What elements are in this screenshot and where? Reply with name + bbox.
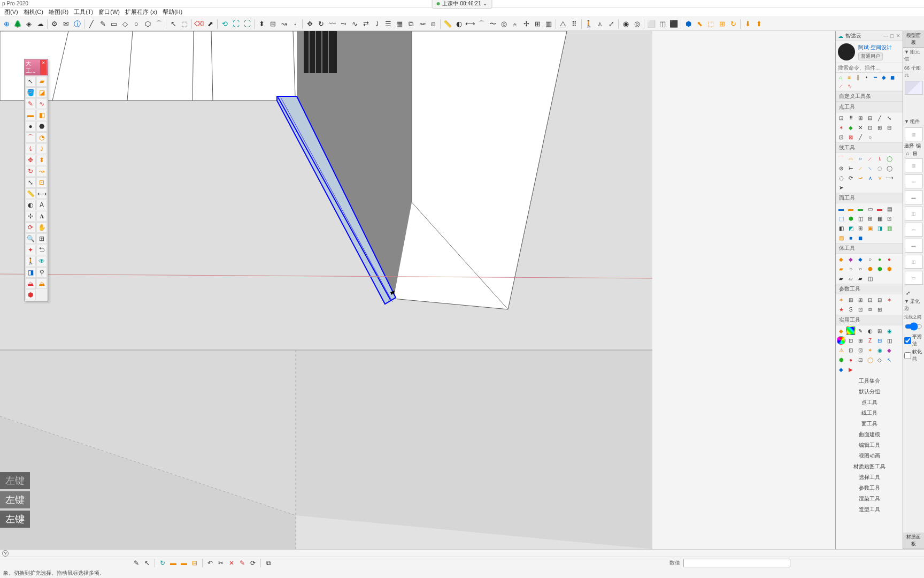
ut14-icon[interactable]: ⊡ [846,346,855,354]
orbit-icon[interactable]: ⟳ [25,222,36,233]
ut6-icon[interactable]: ◉ [885,326,894,335]
ut9-icon[interactable]: ⊞ [856,336,865,345]
color-icon[interactable] [846,326,855,335]
pt13-icon[interactable]: ⊡ [837,133,845,141]
ut4-icon[interactable]: ◐ [866,326,874,335]
dot-icon[interactable]: • [863,74,870,81]
ut19-icon[interactable]: ⬢ [837,355,845,364]
pt5-icon[interactable]: ╱ [875,113,884,122]
cube-icon[interactable]: ⬢ [683,19,694,29]
link-icon[interactable]: ⧉ [405,19,416,29]
home-icon[interactable]: ⌂ [837,74,844,81]
zoomwin-icon[interactable]: ⊞ [36,233,47,244]
section-icon[interactable]: ⊞ [532,19,543,29]
fc2-icon[interactable]: ▬ [846,204,855,213]
wave2-icon[interactable]: 〜 [487,19,498,29]
comp-item[interactable]: ▬ [905,239,923,253]
look-icon[interactable]: 👁 [36,256,47,267]
comp-item[interactable]: ▬ [905,191,923,204]
box-icon[interactable]: ▰ [36,76,47,87]
section2-icon[interactable]: ◨ [25,267,36,278]
fc4-icon[interactable]: ▭ [866,204,874,213]
pie-icon[interactable]: ◔ [36,132,47,143]
circle-icon[interactable]: ○ [131,19,142,29]
walk2-icon[interactable]: 🚶 [25,256,36,267]
ut15-icon[interactable]: ⊡ [856,346,865,354]
comp-thumb[interactable]: ▥ [905,127,923,141]
cloud-icon[interactable]: ☁ [35,19,45,29]
position-icon[interactable]: ⚲ [36,267,47,278]
scale-icon[interactable]: ⫞ [290,19,301,29]
ut25-icon[interactable]: ◆ [837,365,845,374]
menu-window[interactable]: 窗口(W) [96,8,122,16]
sb-box1-icon[interactable]: ▬ [168,558,178,568]
pm10-icon[interactable]: ⧈ [866,305,874,314]
eraser-icon[interactable]: ⌫ [194,19,204,29]
tree-item[interactable]: 点工具 [836,397,903,408]
ut22-icon[interactable]: ◯ [866,355,874,364]
select-tab[interactable]: 选择 [904,142,914,149]
fc16-icon[interactable]: ▣ [866,224,874,232]
tree-icon[interactable]: 🌲 [12,19,23,29]
ut21-icon[interactable]: ⊡ [856,355,865,364]
tree-item[interactable]: 选择工具 [836,472,903,483]
ln5-icon[interactable]: ⤹ [875,154,884,163]
soften-header[interactable]: ▼ 柔化边 [903,297,924,313]
ut24-icon[interactable]: ↖ [885,355,894,364]
offset2-icon[interactable]: ⊡ [36,177,47,188]
avatar[interactable] [838,43,855,60]
mail-icon[interactable]: ✉ [60,19,71,29]
freehand-icon[interactable]: ✎ [97,19,108,29]
sandbox1-icon[interactable]: ⛰ [25,278,36,289]
search-input[interactable] [838,65,906,71]
bd5-icon[interactable]: ● [875,255,884,263]
paint-icon[interactable]: 🪣 [25,87,36,98]
tree-item[interactable]: 编辑工具 [836,440,903,451]
fc21-icon[interactable]: ◼ [856,233,865,242]
info-icon[interactable]: ⓘ [72,19,82,29]
comp-item[interactable]: ▭ [905,174,923,188]
material-panel-header[interactable]: 材质面板 [903,533,924,549]
ln16-icon[interactable]: ⋏ [866,173,874,182]
fc19-icon[interactable]: ▧ [837,233,845,242]
component-icon[interactable]: ⬚ [179,19,190,29]
stack-icon[interactable]: ⧈ [428,19,438,29]
bd10-icon[interactable]: ⬣ [866,264,874,273]
pt2-icon[interactable]: ⠿ [846,113,855,122]
sb-rotate-icon[interactable]: ↻ [158,558,167,568]
wheel-icon[interactable] [837,336,845,345]
expand2-icon[interactable]: ⤢ [904,290,911,296]
menu-tools[interactable]: 工具(T) [72,8,95,16]
tape-icon[interactable]: 📏 [442,19,453,29]
home2-icon[interactable]: ⌂ [904,150,911,157]
fc17-icon[interactable]: ◨ [875,224,884,232]
path-icon[interactable]: ⤳ [338,19,349,29]
ln9-icon[interactable]: ⟋ [856,164,865,172]
menu-view[interactable]: 图(V) [2,8,20,16]
pm9-icon[interactable]: ⊡ [856,305,865,314]
user-name[interactable]: 阿斌-空间设计 [858,44,892,51]
tree-item[interactable]: 面工具 [836,419,903,429]
pt8-icon[interactable]: ◆ [846,123,855,132]
pt10-icon[interactable]: ⊡ [866,123,874,132]
arc-icon[interactable]: ⌒ [153,19,164,29]
ln11-icon[interactable]: ◌ [875,164,884,172]
ut11-icon[interactable]: ⊟ [875,336,884,345]
pt12-icon[interactable]: ⊟ [885,123,894,132]
rectangle-icon[interactable]: ▭ [109,19,119,29]
soften-slider[interactable] [905,322,922,331]
fc20-icon[interactable]: ■ [846,233,855,242]
restore-icon[interactable]: ▢ [890,33,895,39]
mirror-icon[interactable]: ⧋ [558,19,568,29]
pt11-icon[interactable]: ⊞ [875,123,884,132]
close-icon[interactable]: × [40,60,47,75]
value-input[interactable] [683,559,790,567]
pt6-icon[interactable]: ⤡ [885,113,894,122]
pm4-icon[interactable]: ⊡ [866,295,874,304]
sq-icon[interactable]: ◼ [889,74,896,81]
ln19-icon[interactable]: ➤ [837,183,845,192]
menu-help[interactable]: 帮助(H) [160,8,184,16]
bd14-icon[interactable]: ▱ [846,274,855,283]
tree-item[interactable]: 默认分组 [836,386,903,397]
pt15-icon[interactable]: ╱ [856,133,865,141]
